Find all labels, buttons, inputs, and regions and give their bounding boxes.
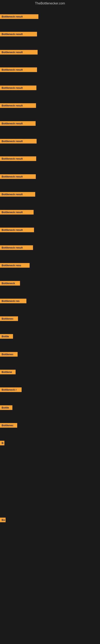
bottleneck-badge[interactable]: Bottleneck result xyxy=(0,210,34,214)
bottleneck-badge[interactable]: Bottleneck result xyxy=(0,68,37,72)
bottleneck-badge[interactable]: Bo xyxy=(0,518,6,522)
bottleneck-result-item: Bottleneck result xyxy=(0,174,36,180)
bottleneck-badge[interactable]: Bottleneck result xyxy=(0,228,34,232)
bottleneck-result-item: Bottleneck result xyxy=(0,50,38,55)
bottleneck-result-item: Bottleneck r xyxy=(0,388,22,393)
bottleneck-result-item: Bottleneck result xyxy=(0,14,38,20)
bottleneck-result-item: Bottleneck result xyxy=(0,86,36,91)
bottleneck-badge[interactable]: Bottleneck r xyxy=(0,388,22,392)
bottleneck-result-item: Bottlene xyxy=(0,370,16,375)
bottleneck-result-item: Bottlenec xyxy=(0,352,18,358)
bottleneck-result-item: Bottleneck result xyxy=(0,68,37,73)
bottleneck-result-item: Bottleneck xyxy=(0,281,20,286)
bottleneck-badge[interactable]: Bottleneck result xyxy=(0,121,36,126)
bottleneck-badge[interactable]: Bottleneck result xyxy=(0,156,36,161)
bottleneck-result-item: Bottleneck result xyxy=(0,156,36,162)
bottleneck-badge[interactable]: Bottleneck result xyxy=(0,192,35,196)
bottleneck-badge[interactable]: Bottle xyxy=(0,405,12,410)
bottleneck-result-item: Bottleneck resu xyxy=(0,263,30,268)
bottleneck-badge[interactable]: Bottleneck result xyxy=(0,174,36,179)
bottleneck-result-item: Bottleneck res xyxy=(0,299,26,304)
bottleneck-result-item: Bottleneck result xyxy=(0,228,34,233)
bottleneck-result-item: Bottle xyxy=(0,334,13,340)
bottleneck-badge[interactable]: Bottleneck result xyxy=(0,139,37,144)
bottleneck-result-item: Bottleneck result xyxy=(0,32,37,37)
bottleneck-badge[interactable]: Bottlenec xyxy=(0,423,17,428)
bottleneck-result-item: Bottleneck result xyxy=(0,103,36,109)
bottleneck-result-item: Bo xyxy=(0,518,6,523)
bottleneck-result-item: Bottlenec xyxy=(0,423,17,428)
bottleneck-result-item: Bottlenec xyxy=(0,316,18,322)
bottleneck-result-item: Bottle xyxy=(0,405,12,411)
bottleneck-badge[interactable]: Bottleneck result xyxy=(0,14,38,19)
bottleneck-badge[interactable]: Bottleneck result xyxy=(0,50,38,54)
bottleneck-badge[interactable]: Bottlene xyxy=(0,370,16,374)
bottleneck-result-item: Bottleneck result xyxy=(0,245,33,251)
bottleneck-badge[interactable]: B xyxy=(0,441,4,445)
bottleneck-badge[interactable]: Bottleneck result xyxy=(0,103,36,108)
bottleneck-result-item: Bottleneck result xyxy=(0,210,34,215)
bottleneck-result-item: B xyxy=(0,441,4,446)
bottleneck-badge[interactable]: Bottleneck result xyxy=(0,245,33,250)
bottleneck-result-item: Bottleneck result xyxy=(0,121,36,126)
bottleneck-badge[interactable]: Bottle xyxy=(0,334,13,339)
bottleneck-badge[interactable]: Bottleneck xyxy=(0,281,20,286)
bottleneck-result-item: Bottleneck result xyxy=(0,139,37,144)
bottleneck-badge[interactable]: Bottleneck resu xyxy=(0,263,30,268)
site-title: TheBottlenecker.com xyxy=(0,0,100,7)
bottleneck-badge[interactable]: Bottleneck result xyxy=(0,32,37,36)
bottleneck-badge[interactable]: Bottlenec xyxy=(0,316,18,321)
bottleneck-badge[interactable]: Bottlenec xyxy=(0,352,18,356)
bottleneck-badge[interactable]: Bottleneck res xyxy=(0,299,26,303)
bottleneck-result-item: Bottleneck result xyxy=(0,192,35,198)
bottleneck-badge[interactable]: Bottleneck result xyxy=(0,86,36,90)
